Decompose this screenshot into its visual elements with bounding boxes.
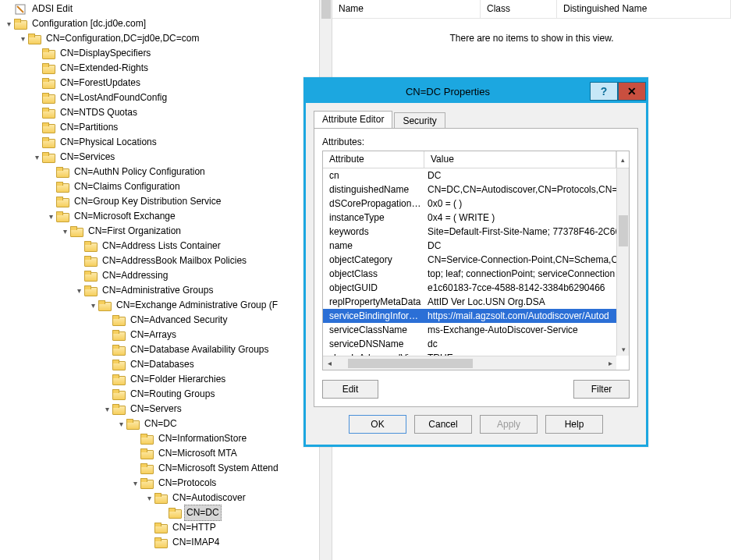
- tree-label[interactable]: CN=LostAndFoundConfig: [58, 90, 169, 106]
- tree-label[interactable]: CN=Protocols: [156, 475, 218, 491]
- attributes-grid[interactable]: Attribute Value ▴ cnDCdistinguishedNameC…: [322, 151, 630, 370]
- tree-node[interactable]: CN=NTDS Quotas: [3, 105, 332, 120]
- tree-node[interactable]: ▾CN=Microsoft Exchange: [3, 209, 332, 224]
- col-class[interactable]: Class: [481, 0, 557, 18]
- tree-node[interactable]: ▾CN=Administrative Groups: [3, 283, 332, 298]
- tree-label[interactable]: CN=Microsoft System Attend: [156, 460, 281, 477]
- tree-node[interactable]: CN=IMAP4: [3, 535, 332, 550]
- tree-node[interactable]: ▾Configuration [dc.jd0e.com]: [3, 16, 332, 31]
- tree-node[interactable]: CN=Microsoft MTA: [3, 446, 332, 461]
- expander-icon[interactable]: ▾: [101, 404, 112, 415]
- tree-label[interactable]: CN=Arrays: [128, 327, 179, 343]
- tree-node[interactable]: CN=AuthN Policy Configuration: [3, 165, 332, 179]
- tree-node[interactable]: CN=InformationStore: [3, 431, 332, 446]
- tree-node[interactable]: CN=LostAndFoundConfig: [3, 90, 332, 105]
- scroll-up-icon[interactable]: ▴: [616, 151, 629, 168]
- tree-node[interactable]: ▾CN=Servers: [3, 402, 332, 416]
- tree-node[interactable]: CN=Advanced Security: [3, 313, 332, 328]
- tree-label[interactable]: CN=First Organization: [86, 223, 183, 239]
- col-name[interactable]: Name: [332, 0, 481, 18]
- tree-label[interactable]: CN=DC: [142, 416, 179, 432]
- ok-button[interactable]: OK: [349, 415, 406, 434]
- tree-node[interactable]: CN=Microsoft System Attend: [3, 461, 332, 476]
- tree-label[interactable]: CN=DC: [184, 505, 222, 521]
- filter-button[interactable]: Filter: [573, 380, 630, 399]
- tree-label[interactable]: CN=InformationStore: [156, 431, 249, 447]
- grid-vscrollbar[interactable]: ▾: [616, 168, 629, 356]
- tree-node[interactable]: CN=DC: [3, 505, 332, 520]
- grid-row[interactable]: objectClasstop; leaf; connectionPoint; s…: [323, 267, 616, 281]
- tab-security[interactable]: Security: [394, 112, 445, 128]
- tree-label[interactable]: CN=Folder Hierarchies: [128, 371, 228, 388]
- tree-node[interactable]: CN=Database Availability Groups: [3, 342, 332, 357]
- tree-label[interactable]: CN=Partitions: [58, 119, 120, 136]
- tree-label[interactable]: CN=AuthN Policy Configuration: [72, 164, 208, 180]
- tree-label[interactable]: CN=Address Lists Container: [100, 238, 223, 254]
- grid-row[interactable]: cnDC: [323, 168, 616, 183]
- tree-label[interactable]: CN=NTDS Quotas: [58, 105, 140, 121]
- grid-row[interactable]: keywordsSite=Default-First-Site-Name; 77…: [323, 225, 616, 239]
- tree-node[interactable]: CN=Arrays: [3, 328, 332, 342]
- col-value[interactable]: Value: [424, 151, 616, 168]
- grid-row[interactable]: objectGUIDe1c60183-7cce-4588-8142-3384b6…: [323, 281, 616, 295]
- tree-node[interactable]: CN=ForestUpdates: [3, 76, 332, 90]
- tree-node[interactable]: ▾CN=DC: [3, 416, 332, 431]
- tree-label[interactable]: CN=Advanced Security: [128, 312, 229, 328]
- expander-icon[interactable]: ▾: [73, 285, 84, 296]
- tree-label[interactable]: CN=Databases: [128, 356, 197, 373]
- tree-node[interactable]: CN=Addressing: [3, 268, 332, 283]
- tree-node[interactable]: ▾CN=Autodiscover: [3, 491, 332, 505]
- tree-label[interactable]: CN=HTTP: [170, 519, 218, 536]
- grid-row[interactable]: distinguishedNameCN=DC,CN=Autodiscover,C…: [323, 183, 616, 197]
- tree-node[interactable]: CN=Physical Locations: [3, 135, 332, 150]
- expander-icon[interactable]: ▾: [144, 493, 154, 504]
- tree-node[interactable]: ADSI Edit: [3, 2, 332, 16]
- scroll-right-icon[interactable]: ▸: [604, 359, 616, 367]
- tree-node[interactable]: CN=Claims Configuration: [3, 179, 332, 194]
- tree-label[interactable]: CN=Autodiscover: [170, 490, 248, 506]
- tree-node[interactable]: ▾CN=First Organization: [3, 224, 332, 239]
- tree-node[interactable]: ▾CN=Configuration,DC=jd0e,DC=com: [3, 31, 332, 46]
- tree-label[interactable]: CN=Database Availability Groups: [128, 342, 271, 358]
- grid-row[interactable]: nameDC: [323, 239, 616, 253]
- tree-node[interactable]: CN=Folder Hierarchies: [3, 372, 332, 387]
- tree-node[interactable]: CN=Group Key Distribution Service: [3, 194, 332, 209]
- scroll-down-icon[interactable]: ▾: [617, 343, 630, 356]
- expander-icon[interactable]: ▾: [130, 478, 140, 489]
- cancel-button[interactable]: Cancel: [414, 415, 472, 434]
- expander-icon[interactable]: ▾: [3, 19, 14, 30]
- tree-label[interactable]: CN=Services: [58, 149, 117, 165]
- expander-icon[interactable]: ▾: [45, 211, 56, 222]
- col-dn[interactable]: Distinguished Name: [557, 0, 731, 18]
- apply-button[interactable]: Apply: [480, 415, 538, 434]
- tree-label[interactable]: CN=Group Key Distribution Service: [72, 193, 223, 210]
- expander-icon[interactable]: ▾: [115, 419, 126, 430]
- tree-label[interactable]: CN=Servers: [128, 401, 184, 417]
- tree-node[interactable]: CN=DisplaySpecifiers: [3, 46, 332, 61]
- col-attribute[interactable]: Attribute: [323, 151, 424, 168]
- tree-label[interactable]: CN=IMAP4: [170, 534, 222, 551]
- grid-hscrollbar[interactable]: ◂ ▸: [323, 356, 616, 370]
- hscroll-track[interactable]: [335, 356, 604, 370]
- grid-row[interactable]: objectCategoryCN=Service-Connection-Poin…: [323, 253, 616, 267]
- tree-node[interactable]: CN=HTTP: [3, 520, 332, 535]
- tree-label[interactable]: CN=Microsoft MTA: [156, 445, 240, 462]
- grid-row[interactable]: serviceClassNamems-Exchange-AutoDiscover…: [323, 323, 616, 337]
- tree-node[interactable]: CN=AddressBook Mailbox Policies: [3, 253, 332, 268]
- grid-row[interactable]: serviceBindingInform...https://mail.agzs…: [323, 309, 616, 323]
- grid-row[interactable]: replPropertyMetaDataAttID Ver Loc.USN Or…: [323, 295, 616, 309]
- vscroll-thumb[interactable]: [619, 215, 628, 246]
- grid-body[interactable]: cnDCdistinguishedNameCN=DC,CN=Autodiscov…: [323, 168, 616, 356]
- tree-label[interactable]: CN=Microsoft Exchange: [72, 208, 178, 225]
- tree-label[interactable]: CN=Physical Locations: [58, 134, 159, 151]
- tree-node[interactable]: ▾CN=Protocols: [3, 476, 332, 491]
- tree-label[interactable]: ADSI Edit: [30, 1, 75, 17]
- tab-attribute-editor[interactable]: Attribute Editor: [314, 111, 392, 128]
- tree-label[interactable]: CN=Exchange Administrative Group (F: [114, 297, 280, 314]
- dialog-titlebar[interactable]: CN=DC Properties ? ✕: [306, 80, 646, 103]
- tree-node[interactable]: ▾CN=Services: [3, 150, 332, 165]
- tree-node[interactable]: CN=Address Lists Container: [3, 239, 332, 253]
- tree-label[interactable]: CN=Routing Groups: [128, 386, 217, 402]
- tree-node[interactable]: CN=Extended-Rights: [3, 61, 332, 76]
- grid-row[interactable]: instanceType0x4 = ( WRITE ): [323, 211, 616, 225]
